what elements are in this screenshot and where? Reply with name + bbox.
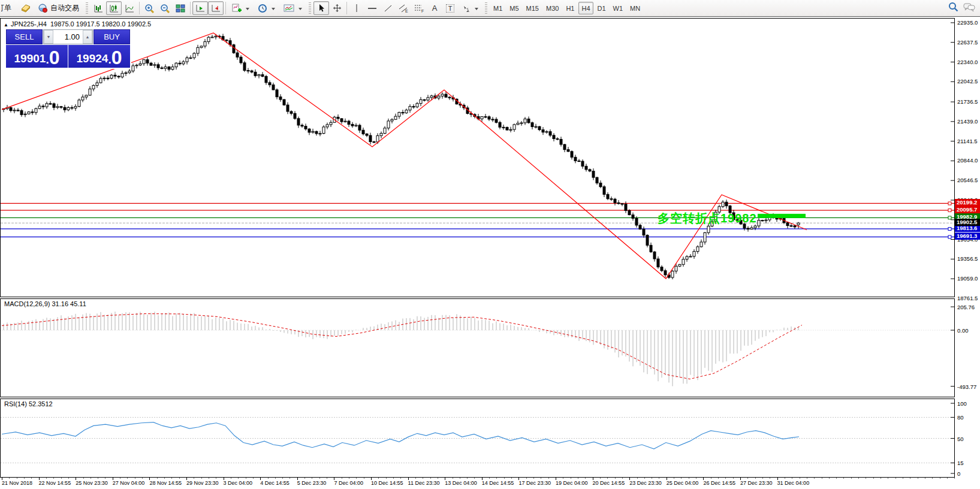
- time-tick-label: 20 Dec 14:55: [593, 480, 625, 486]
- volume-up-button[interactable]: ▲: [83, 30, 92, 44]
- time-minor-tick: [201, 478, 202, 479]
- timeframe-h4-button[interactable]: H4: [578, 2, 593, 14]
- macd-tick-label: 0.00: [957, 327, 969, 334]
- time-scale[interactable]: 21 Nov 201822 Nov 14:5525 Nov 23:3027 No…: [0, 478, 955, 489]
- indicators-button[interactable]: [228, 1, 254, 15]
- time-minor-tick: [940, 478, 940, 479]
- timeframe-m1-button[interactable]: M1: [490, 2, 505, 14]
- price-tick-label: 22637.5: [957, 39, 978, 46]
- auto-scroll-button[interactable]: [192, 1, 208, 15]
- crosshair-button[interactable]: [329, 1, 345, 15]
- time-minor-tick: [541, 478, 541, 479]
- time-minor-tick: [46, 478, 47, 479]
- timeframe-group: M1M5M15M30H1H4D1W1MN: [490, 2, 644, 14]
- templates-button[interactable]: [279, 1, 306, 15]
- toolbar-grip[interactable]: [309, 2, 311, 14]
- time-minor-tick: [925, 478, 925, 479]
- zoom-out-button[interactable]: [157, 1, 173, 15]
- sell-price-display[interactable]: 19901.0: [6, 45, 68, 68]
- sell-button[interactable]: SELL: [6, 29, 43, 44]
- rsi-tick-label: 0: [957, 470, 960, 477]
- price-tick-label: 20844.0: [957, 157, 978, 164]
- periods-button[interactable]: [254, 1, 279, 15]
- main-chart-panel[interactable]: ▲JPN225-,H4 19875.0 19917.5 19820.0 1990…: [0, 18, 955, 297]
- time-minor-tick: [135, 478, 135, 479]
- price-tick-label: 21439.0: [957, 118, 978, 125]
- time-minor-tick: [718, 478, 719, 479]
- timeframe-mn-button[interactable]: MN: [627, 2, 643, 14]
- volume-input[interactable]: 1.00: [53, 30, 83, 44]
- time-tick-label: 23 Dec 23:30: [629, 480, 662, 486]
- time-minor-tick: [785, 478, 785, 479]
- toolbar-grip[interactable]: [485, 2, 487, 14]
- arrows-tool-button[interactable]: [458, 1, 483, 15]
- chart-title: ▲JPN225-,H4 19875.0 19917.5 19820.0 1990…: [4, 20, 151, 28]
- volume-down-button[interactable]: ▼: [44, 30, 53, 44]
- time-minor-tick: [467, 478, 468, 479]
- buy-price-display[interactable]: 19924.0: [68, 45, 130, 68]
- candlestick-chart-button[interactable]: [106, 1, 122, 15]
- bar-chart-button[interactable]: [91, 1, 106, 15]
- time-minor-tick: [496, 478, 497, 479]
- macd-panel[interactable]: MACD(12,26,9) 31.16 45.11: [0, 298, 955, 397]
- timeframe-h1-button[interactable]: H1: [563, 2, 577, 14]
- time-minor-tick: [637, 478, 638, 479]
- autotrading-button[interactable]: 自动交易: [34, 1, 83, 15]
- chart-shift-button[interactable]: [208, 1, 224, 15]
- time-minor-tick: [954, 478, 955, 479]
- time-minor-tick: [349, 478, 349, 479]
- time-minor-tick: [659, 478, 659, 479]
- time-minor-tick: [342, 478, 342, 479]
- collapse-trade-panel-icon[interactable]: ▲: [4, 22, 8, 28]
- timeframe-m15-button[interactable]: M15: [523, 2, 542, 14]
- vertical-line-button[interactable]: [349, 1, 364, 15]
- time-minor-tick: [615, 478, 616, 479]
- time-minor-tick: [127, 478, 128, 479]
- timeframe-w1-button[interactable]: W1: [610, 2, 626, 14]
- time-minor-tick: [91, 478, 91, 479]
- time-minor-tick: [9, 478, 10, 479]
- time-tick-label: 5 Dec 23:30: [297, 480, 327, 486]
- gold-book-icon: [20, 4, 31, 13]
- time-minor-tick: [836, 478, 837, 479]
- new-order-button[interactable]: 订单: [1, 3, 16, 13]
- time-minor-tick: [216, 478, 216, 479]
- price-scale[interactable]: 22935.022637.522340.022042.521736.521439…: [955, 17, 980, 478]
- time-tick-label: 27 Nov 04:00: [113, 480, 145, 486]
- macd-tick-label: 205.76: [957, 304, 975, 310]
- chat-icon[interactable]: [963, 2, 975, 14]
- search-icon[interactable]: [948, 2, 958, 14]
- time-minor-tick: [681, 478, 682, 479]
- time-tick-label: 13 Dec 04:00: [445, 480, 477, 486]
- equidistant-channel-button[interactable]: E: [396, 1, 411, 15]
- time-tick-label: 4 Dec 14:55: [260, 480, 290, 486]
- time-minor-tick: [400, 478, 401, 479]
- rsi-panel[interactable]: RSI(14) 52.3512: [0, 399, 955, 478]
- history-center-button[interactable]: [18, 1, 34, 15]
- zoom-in-button[interactable]: [141, 1, 157, 15]
- time-minor-tick: [807, 478, 807, 479]
- time-minor-tick: [932, 478, 933, 479]
- timeframe-m30-button[interactable]: M30: [543, 2, 562, 14]
- main-chart-canvas[interactable]: [1, 19, 954, 297]
- toolbar-grip[interactable]: [86, 2, 88, 14]
- rsi-canvas[interactable]: [1, 399, 954, 477]
- chart-window: ▲JPN225-,H4 19875.0 19917.5 19820.0 1990…: [0, 17, 980, 489]
- time-minor-tick: [474, 478, 475, 479]
- time-minor-tick: [888, 478, 888, 479]
- line-chart-button[interactable]: [122, 1, 137, 15]
- turning-point-annotation[interactable]: 多空转折点19982: [658, 210, 757, 227]
- timeframe-d1-button[interactable]: D1: [595, 2, 609, 14]
- time-minor-tick: [873, 478, 874, 479]
- macd-canvas[interactable]: [1, 299, 954, 397]
- text-label-tool-button[interactable]: T: [442, 1, 458, 15]
- buy-button[interactable]: BUY: [94, 29, 130, 44]
- cursor-button[interactable]: [313, 1, 329, 15]
- trendline-button[interactable]: [380, 1, 396, 15]
- horizontal-line-button[interactable]: [364, 1, 380, 15]
- tile-windows-button[interactable]: [173, 1, 188, 15]
- fibonacci-button[interactable]: F: [411, 1, 427, 15]
- timeframe-m5-button[interactable]: M5: [506, 2, 521, 14]
- text-tool-button[interactable]: A: [427, 1, 442, 15]
- time-minor-tick: [61, 478, 62, 479]
